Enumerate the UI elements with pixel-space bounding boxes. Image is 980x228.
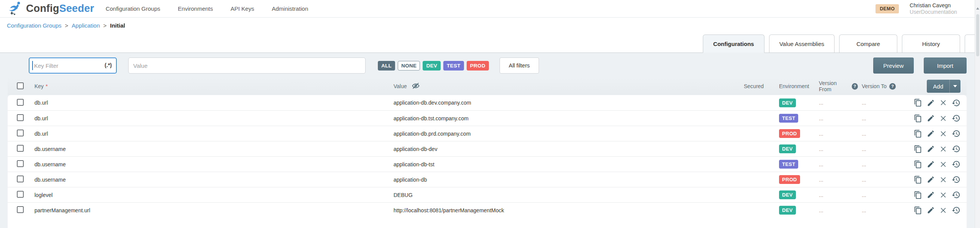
version-from-cell: ... <box>815 161 858 167</box>
nav-item-environments[interactable]: Environments <box>178 5 213 12</box>
history-button[interactable] <box>951 98 960 107</box>
question-circle-icon[interactable]: ? <box>852 83 858 90</box>
edit-button[interactable] <box>926 144 935 154</box>
history-button[interactable] <box>951 206 960 215</box>
filter-env-badge-test[interactable]: TEST <box>443 61 464 71</box>
add-button[interactable]: Add <box>927 80 960 93</box>
copy-button[interactable] <box>913 114 923 123</box>
copy-button[interactable] <box>913 98 923 107</box>
edit-button[interactable] <box>926 206 935 215</box>
configurations-panel: (.*) ALL NONE DEV TEST PROD All filters … <box>0 53 980 228</box>
history-button[interactable] <box>951 144 960 154</box>
import-button[interactable]: Import <box>924 57 967 74</box>
row-checkbox[interactable] <box>17 114 24 121</box>
column-header-environment[interactable]: Environment <box>772 83 815 89</box>
tab-compare[interactable]: Compare <box>839 34 897 52</box>
column-header-value[interactable]: Value <box>390 82 737 91</box>
column-header-secured[interactable]: Secured <box>737 83 772 89</box>
edit-button[interactable] <box>926 114 935 123</box>
value-filter-input[interactable] <box>128 57 366 74</box>
nav-item-administration[interactable]: Administration <box>272 5 308 12</box>
delete-button[interactable] <box>939 144 948 154</box>
delete-button[interactable] <box>939 175 948 184</box>
filter-env-badge-prod[interactable]: PROD <box>467 61 489 71</box>
edit-button[interactable] <box>926 98 935 107</box>
history-button[interactable] <box>951 129 960 138</box>
chevron-down-icon[interactable] <box>950 85 960 87</box>
config-value-cell: application-db.dev.company.com <box>390 100 737 106</box>
version-to-cell: ... <box>858 115 900 121</box>
add-button-label: Add <box>927 83 949 90</box>
eye-slash-icon[interactable] <box>412 82 420 91</box>
edit-button[interactable] <box>926 175 935 184</box>
delete-button[interactable] <box>939 190 948 200</box>
breadcrumb-link-configuration-groups[interactable]: Configuration Groups <box>7 22 62 29</box>
version-to-cell: ... <box>858 161 900 167</box>
row-checkbox[interactable] <box>17 206 24 213</box>
regex-hint: (.*) <box>105 62 112 68</box>
history-icon <box>952 160 960 169</box>
tab-label: Value Assemblies <box>779 41 824 47</box>
version-from-cell: ... <box>815 115 858 121</box>
copy-button[interactable] <box>913 206 923 215</box>
nav-item-api-keys[interactable]: API Keys <box>230 5 254 12</box>
vertical-scrollbar[interactable] <box>975 0 980 228</box>
history-button[interactable] <box>951 160 960 169</box>
tab-configurations[interactable]: Configurations <box>703 34 764 53</box>
delete-x-icon <box>939 145 947 153</box>
edit-button[interactable] <box>926 129 935 138</box>
preview-button[interactable]: Preview <box>873 57 914 74</box>
history-icon <box>952 190 960 199</box>
delete-button[interactable] <box>939 206 948 215</box>
question-circle-icon[interactable]: ? <box>889 83 896 90</box>
config-key-cell: db.url <box>30 131 390 137</box>
history-button[interactable] <box>951 175 960 184</box>
copy-button[interactable] <box>913 160 923 169</box>
history-button[interactable] <box>951 190 960 200</box>
row-checkbox[interactable] <box>17 191 24 198</box>
delete-button[interactable] <box>939 129 948 138</box>
row-checkbox[interactable] <box>17 99 24 106</box>
delete-button[interactable] <box>939 114 948 123</box>
version-to-cell: ... <box>858 100 900 106</box>
history-button[interactable] <box>951 114 960 123</box>
row-checkbox[interactable] <box>17 145 24 152</box>
row-checkbox[interactable] <box>17 160 24 167</box>
configurations-table: db.url application-db.dev.company.com DE… <box>8 95 967 228</box>
scrollbar-thumb[interactable] <box>976 14 979 56</box>
caret-up-icon[interactable] <box>976 7 979 10</box>
tab-history[interactable]: History <box>902 34 960 52</box>
key-filter-input[interactable] <box>29 57 117 74</box>
breadcrumb-link-application[interactable]: Application <box>72 22 100 29</box>
edit-pencil-icon <box>927 206 935 214</box>
edit-button[interactable] <box>926 190 935 200</box>
column-header-version-to[interactable]: Version To ? <box>858 83 900 90</box>
select-all-checkbox[interactable] <box>17 82 24 89</box>
nav-item-configuration-groups[interactable]: Configuration Groups <box>106 5 160 12</box>
config-value-cell: DEBUG <box>390 192 737 198</box>
row-checkbox[interactable] <box>17 176 24 182</box>
delete-button[interactable] <box>939 160 948 169</box>
user-menu[interactable]: Christian Cavegn UserDocumentation <box>910 2 957 15</box>
column-header-key[interactable]: Key* <box>30 83 390 89</box>
tab-value-assemblies[interactable]: Value Assemblies <box>769 34 835 52</box>
edit-pencil-icon <box>927 160 935 168</box>
copy-icon <box>914 191 922 199</box>
app-logo[interactable]: ConfigSeeder <box>8 0 94 17</box>
copy-button[interactable] <box>913 190 923 200</box>
delete-button[interactable] <box>939 98 948 107</box>
column-header-version-from[interactable]: Version From ? <box>815 80 858 92</box>
delete-x-icon <box>939 130 947 138</box>
filter-env-badge-dev[interactable]: DEV <box>423 61 441 71</box>
breadcrumb: Configuration Groups > Application > Ini… <box>0 18 980 33</box>
edit-button[interactable] <box>926 160 935 169</box>
filter-env-badge-all[interactable]: ALL <box>378 61 395 71</box>
copy-button[interactable] <box>913 144 923 154</box>
copy-button[interactable] <box>913 129 923 138</box>
user-organization: UserDocumentation <box>910 9 957 15</box>
copy-button[interactable] <box>913 175 923 184</box>
tab-partial-clipped[interactable] <box>965 34 975 52</box>
filter-env-badge-none[interactable]: NONE <box>398 61 420 71</box>
all-filters-button[interactable]: All filters <box>500 57 539 74</box>
row-checkbox[interactable] <box>17 130 24 136</box>
